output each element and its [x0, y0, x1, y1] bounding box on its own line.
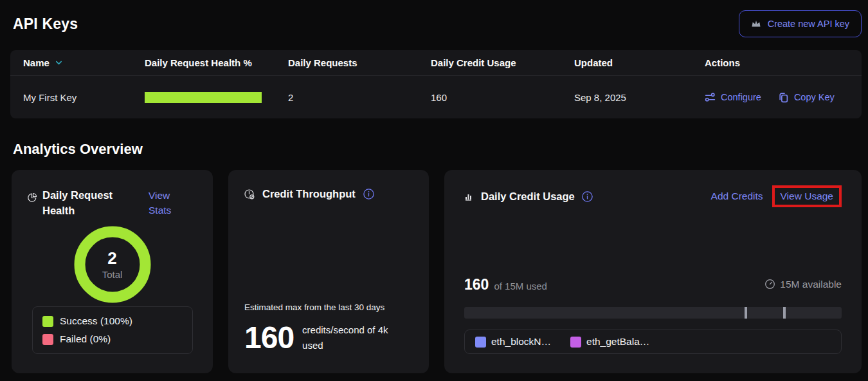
- analytics-cards: Daily Request Health View Stats 2 Total …: [12, 170, 862, 373]
- eth-getbalance-label: eth_getBala…: [586, 336, 649, 348]
- column-header-actions: Actions: [705, 57, 849, 68]
- view-stats-link[interactable]: View Stats: [149, 188, 182, 219]
- configure-link[interactable]: Configure: [705, 92, 761, 103]
- column-header-health: Daily Request Health %: [145, 57, 288, 68]
- usage-stats-block: 160 of 15M used 15M available: [464, 276, 842, 354]
- progress-tick: [745, 307, 747, 319]
- donut-total-label: Total: [102, 269, 123, 280]
- meter-icon: [764, 279, 775, 290]
- bar-chart-icon: [464, 191, 475, 201]
- usage-progress-bar: [464, 307, 842, 319]
- health-bar: [145, 92, 262, 103]
- table-row: My First Key 2 160 Sep 8, 2025 Configure…: [10, 76, 862, 118]
- copy-key-label: Copy Key: [794, 92, 835, 102]
- copy-icon: [778, 92, 789, 103]
- usage-card-title: Daily Credit Usage: [481, 190, 575, 203]
- failed-label: Failed (0%): [60, 333, 111, 345]
- info-icon[interactable]: [581, 190, 593, 203]
- health-card-title: Daily Request Health: [42, 188, 134, 219]
- throughput-unit-line1: credits/second of 4k: [302, 322, 388, 337]
- health-donut-chart: 2 Total: [74, 226, 151, 303]
- eth-getbalance-swatch: [570, 337, 581, 348]
- eth-blocknumber-swatch: [475, 337, 486, 348]
- daily-request-health-card: Daily Request Health View Stats 2 Total …: [12, 170, 213, 373]
- usage-title-group: Daily Credit Usage: [464, 190, 593, 203]
- throughput-subtitle: Estimated max from the last 30 days: [244, 302, 417, 312]
- column-header-name[interactable]: Name: [23, 57, 145, 68]
- pie-chart-icon: [27, 192, 37, 219]
- dashboard-page: API Keys Create new API key Name Daily R…: [0, 0, 868, 381]
- credit-throughput-card: Credit Throughput Estimated max from the…: [228, 170, 429, 373]
- throughput-unit-line2: used: [302, 338, 388, 353]
- red-annotation-box: View Usage: [772, 185, 842, 207]
- usage-used-value: 160: [464, 276, 489, 293]
- top-bar: API Keys Create new API key: [13, 10, 862, 37]
- health-card-header: Daily Request Health View Stats: [12, 170, 213, 219]
- throughput-stats: Estimated max from the last 30 days 160 …: [244, 302, 417, 355]
- create-api-key-button[interactable]: Create new API key: [739, 10, 862, 37]
- sliders-icon: [705, 92, 716, 103]
- success-swatch: [42, 316, 53, 327]
- success-label: Success (100%): [60, 315, 132, 327]
- add-credits-link[interactable]: Add Credits: [711, 190, 763, 202]
- throughput-card-header: Credit Throughput: [228, 170, 429, 200]
- donut-center: 2 Total: [74, 226, 151, 303]
- table-header-row: Name Daily Request Health % Daily Reques…: [10, 50, 862, 76]
- analytics-overview-title: Analytics Overview: [13, 141, 143, 158]
- failed-swatch: [42, 334, 53, 345]
- view-usage-link[interactable]: View Usage: [781, 190, 833, 201]
- column-header-requests: Daily Requests: [288, 57, 431, 68]
- gauge-icon: [244, 189, 255, 200]
- legend-item-success: Success (100%): [42, 315, 183, 327]
- api-key-name: My First Key: [23, 92, 145, 103]
- daily-requests-value: 2: [288, 92, 431, 103]
- column-header-credit-usage: Daily Credit Usage: [431, 57, 574, 68]
- legend-item-failed: Failed (0%): [42, 333, 183, 345]
- column-header-updated: Updated: [574, 57, 705, 68]
- throughput-unit: credits/second of 4k used: [302, 322, 388, 353]
- usage-available: 15M available: [764, 279, 842, 290]
- crown-icon: [751, 19, 761, 29]
- usage-used-suffix: of 15M used: [494, 281, 547, 292]
- usage-stats-row: 160 of 15M used 15M available: [464, 276, 842, 293]
- throughput-value-row: 160 credits/second of 4k used: [244, 320, 417, 355]
- legend-item-eth-blocknumber: eth_blockN…: [475, 336, 551, 348]
- health-legend: Success (100%) Failed (0%): [32, 306, 193, 354]
- usage-legend: eth_blockN… eth_getBala…: [464, 330, 842, 354]
- configure-label: Configure: [721, 92, 761, 102]
- eth-blocknumber-label: eth_blockN…: [491, 336, 551, 348]
- sort-desc-icon[interactable]: [55, 59, 63, 67]
- usage-card-header: Daily Credit Usage Add Credits View Usag…: [444, 170, 862, 207]
- info-icon[interactable]: [363, 188, 375, 200]
- usage-links-group: Add Credits View Usage: [711, 185, 842, 207]
- daily-credit-usage-card: Daily Credit Usage Add Credits View Usag…: [444, 170, 862, 373]
- legend-item-eth-getbalance: eth_getBala…: [570, 336, 649, 348]
- page-title: API Keys: [13, 15, 78, 33]
- updated-value: Sep 8, 2025: [574, 92, 705, 103]
- copy-key-link[interactable]: Copy Key: [778, 92, 835, 103]
- column-name-label: Name: [23, 57, 50, 68]
- health-bar-cell: [145, 92, 288, 103]
- donut-total-value: 2: [107, 249, 116, 268]
- daily-credit-usage-value: 160: [431, 92, 574, 103]
- actions-cell: Configure Copy Key: [705, 92, 849, 103]
- usage-available-label: 15M available: [780, 279, 842, 290]
- throughput-value: 160: [244, 320, 294, 355]
- api-keys-table: Name Daily Request Health % Daily Reques…: [10, 50, 862, 118]
- throughput-card-title: Credit Throughput: [262, 188, 356, 200]
- create-api-key-label: Create new API key: [768, 19, 849, 29]
- progress-tick: [783, 307, 786, 319]
